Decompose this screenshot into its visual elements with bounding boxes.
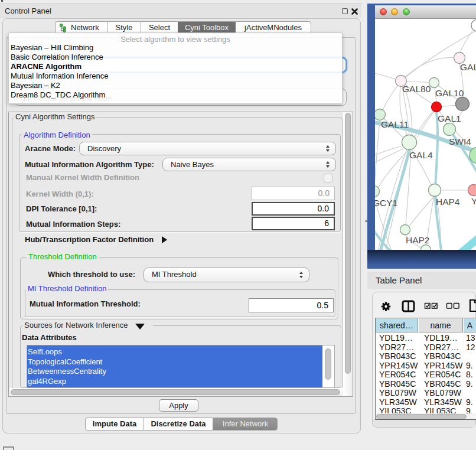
svg-text:Y: Y	[471, 196, 476, 206]
svg-text:GCY1: GCY1	[375, 198, 397, 208]
svg-text:GAL7: GAL7	[460, 62, 476, 72]
svg-text:SWI4: SWI4	[449, 136, 471, 146]
svg-text:HAP2: HAP2	[406, 235, 430, 245]
svg-text:GAL10: GAL10	[435, 88, 464, 98]
svg-text:GAL11: GAL11	[381, 119, 409, 129]
svg-text:HAP4: HAP4	[436, 197, 460, 207]
svg-text:GAL4: GAL4	[409, 150, 433, 160]
svg-text:GAL80: GAL80	[402, 84, 431, 94]
svg-text:GAL1: GAL1	[438, 113, 461, 123]
